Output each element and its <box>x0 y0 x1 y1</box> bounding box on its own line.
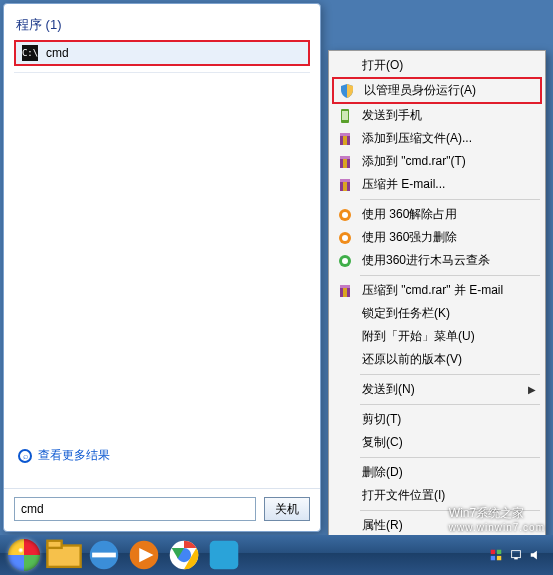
menu-item-label: 删除(D) <box>362 464 536 481</box>
menu-item-label: 以管理员身份运行(A) <box>364 82 534 99</box>
system-tray[interactable] <box>489 548 549 562</box>
tray-sound-icon <box>529 548 543 562</box>
search-result-label: cmd <box>46 46 69 60</box>
shield-icon <box>338 82 356 100</box>
svg-point-14 <box>342 235 348 241</box>
divider <box>14 72 310 73</box>
context-menu: 打开(O)以管理员身份运行(A)发送到手机添加到压缩文件(A)...添加到 "c… <box>328 50 546 541</box>
blank-icon <box>336 411 354 429</box>
menu-item[interactable]: 添加到 "cmd.rar"(T) <box>332 150 542 173</box>
svg-rect-27 <box>210 541 239 570</box>
menu-item-label: 使用 360解除占用 <box>362 206 536 223</box>
menu-separator <box>360 374 540 375</box>
menu-item-label: 发送到手机 <box>362 107 536 124</box>
search-icon: ⌕ <box>18 449 32 463</box>
svg-rect-21 <box>47 541 61 548</box>
menu-item-label: 使用360进行木马云查杀 <box>362 252 536 269</box>
rar-icon <box>336 176 354 194</box>
menu-item-label: 附到「开始」菜单(U) <box>362 328 536 345</box>
search-result-cmd[interactable]: C:\ cmd <box>14 40 310 66</box>
blank-icon <box>336 487 354 505</box>
taskbar-media[interactable] <box>125 540 163 570</box>
svg-rect-1 <box>342 111 348 120</box>
taskbar-chrome[interactable] <box>165 540 203 570</box>
start-button[interactable] <box>4 538 44 572</box>
rar-icon <box>336 130 354 148</box>
menu-item[interactable]: 复制(C) <box>332 431 542 454</box>
section-title-programs: 程序 (1) <box>16 16 308 34</box>
tray-flag-icon <box>489 548 503 562</box>
menu-item-label: 剪切(T) <box>362 411 536 428</box>
start-menu-body: 程序 (1) C:\ cmd ⌕ 查看更多结果 <box>4 4 320 488</box>
svg-point-12 <box>342 212 348 218</box>
svg-rect-29 <box>497 550 501 554</box>
svg-rect-28 <box>491 550 495 554</box>
menu-item[interactable]: 压缩并 E-mail... <box>332 173 542 196</box>
svg-rect-9 <box>340 179 350 182</box>
watermark-line2: www.winwin7.com <box>449 522 545 533</box>
svg-rect-33 <box>514 558 518 560</box>
menu-separator <box>360 275 540 276</box>
svg-point-16 <box>342 258 348 264</box>
menu-item-label: 复制(C) <box>362 434 536 451</box>
menu-item-label: 还原以前的版本(V) <box>362 351 536 368</box>
taskbar-app[interactable] <box>205 540 243 570</box>
blank-icon <box>336 434 354 452</box>
blank-icon <box>336 464 354 482</box>
menu-item[interactable]: 附到「开始」菜单(U) <box>332 325 542 348</box>
menu-item[interactable]: 锁定到任务栏(K) <box>332 302 542 325</box>
360-orange-icon <box>336 206 354 224</box>
svg-rect-30 <box>491 556 495 560</box>
menu-item[interactable]: 删除(D) <box>332 461 542 484</box>
phone-icon <box>336 107 354 125</box>
taskbar-explorer[interactable] <box>45 540 83 570</box>
menu-item[interactable]: 打开(O) <box>332 54 542 77</box>
menu-item[interactable]: 使用360进行木马云查杀 <box>332 249 542 272</box>
svg-rect-6 <box>340 156 350 159</box>
menu-item-label: 压缩到 "cmd.rar" 并 E-mail <box>362 282 536 299</box>
svg-rect-7 <box>343 159 347 168</box>
menu-item[interactable]: 发送到手机 <box>332 104 542 127</box>
menu-item-label: 压缩并 E-mail... <box>362 176 536 193</box>
menu-item[interactable]: 添加到压缩文件(A)... <box>332 127 542 150</box>
see-more-results[interactable]: ⌕ 查看更多结果 <box>18 447 306 464</box>
menu-item-label: 锁定到任务栏(K) <box>362 305 536 322</box>
menu-item[interactable]: 以管理员身份运行(A) <box>332 77 542 104</box>
open-icon <box>336 57 354 75</box>
windows-orb-icon <box>8 539 40 571</box>
blank-icon <box>336 381 354 399</box>
start-menu: 程序 (1) C:\ cmd ⌕ 查看更多结果 关机 <box>3 3 321 532</box>
svg-rect-19 <box>343 288 347 297</box>
menu-item[interactable]: 使用 360强力删除 <box>332 226 542 249</box>
submenu-arrow-icon: ▶ <box>528 384 536 395</box>
svg-rect-10 <box>343 182 347 191</box>
svg-rect-4 <box>343 136 347 145</box>
search-input[interactable] <box>14 497 256 521</box>
menu-item[interactable]: 剪切(T) <box>332 408 542 431</box>
start-menu-footer: 关机 <box>4 488 320 531</box>
svg-marker-34 <box>531 551 537 560</box>
menu-item[interactable]: 打开文件位置(I) <box>332 484 542 507</box>
blank-icon <box>336 328 354 346</box>
menu-item-label: 打开(O) <box>362 57 536 74</box>
blank-icon <box>336 351 354 369</box>
menu-item[interactable]: 发送到(N)▶ <box>332 378 542 401</box>
menu-item[interactable]: 压缩到 "cmd.rar" 并 E-mail <box>332 279 542 302</box>
menu-item[interactable]: 使用 360解除占用 <box>332 203 542 226</box>
spacer <box>14 79 310 439</box>
shutdown-button[interactable]: 关机 <box>264 497 310 521</box>
menu-item-label: 使用 360强力删除 <box>362 229 536 246</box>
menu-item-label: 发送到(N) <box>362 381 528 398</box>
cmd-icon: C:\ <box>22 45 38 61</box>
menu-item[interactable]: 还原以前的版本(V) <box>332 348 542 371</box>
svg-rect-3 <box>340 133 350 136</box>
menu-item-label: 添加到压缩文件(A)... <box>362 130 536 147</box>
menu-item-label: 添加到 "cmd.rar"(T) <box>362 153 536 170</box>
blank-icon <box>336 517 354 535</box>
taskbar-ie[interactable] <box>85 540 123 570</box>
menu-item-label: 打开文件位置(I) <box>362 487 536 504</box>
menu-separator <box>360 457 540 458</box>
menu-separator <box>360 404 540 405</box>
see-more-label: 查看更多结果 <box>38 447 110 464</box>
tray-network-icon <box>509 548 523 562</box>
